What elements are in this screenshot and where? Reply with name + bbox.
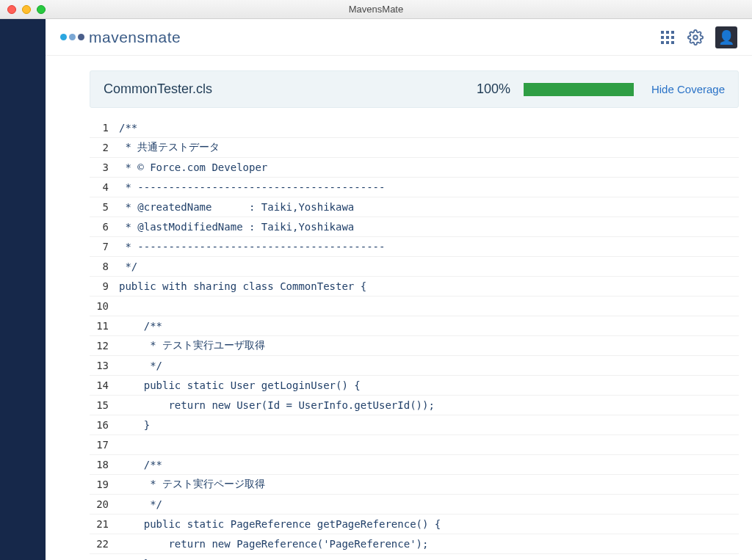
hide-coverage-link[interactable]: Hide Coverage <box>651 83 725 95</box>
code-line: 10 <box>90 297 739 316</box>
code-line: 1/** <box>90 118 739 138</box>
app-header: mavensmate 👤 <box>46 19 752 56</box>
line-content: * © Force.com Developer <box>119 159 267 175</box>
line-content: public static User getLoginUser() { <box>119 377 361 393</box>
line-number: 16 <box>90 419 119 431</box>
svg-rect-1 <box>666 31 669 34</box>
avatar[interactable]: 👤 <box>715 26 737 48</box>
code-line: 23 } <box>90 554 739 560</box>
line-number: 19 <box>90 479 119 490</box>
line-content: } <box>119 556 150 560</box>
line-content: * @createdName : Taiki,Yoshikawa <box>119 199 354 215</box>
line-content: /** <box>119 457 162 473</box>
line-number: 8 <box>90 261 119 272</box>
code-line: 15 return new User(Id = UserInfo.getUser… <box>90 396 739 415</box>
line-number: 15 <box>90 399 119 411</box>
code-line: 2 * 共通テストデータ <box>90 138 739 158</box>
line-content: return new User(Id = UserInfo.getUserId(… <box>119 397 435 413</box>
code-line: 19 * テスト実行ページ取得 <box>90 475 739 495</box>
line-number: 12 <box>90 340 119 352</box>
line-number: 4 <box>90 181 119 193</box>
code-line: 5 * @createdName : Taiki,Yoshikawa <box>90 197 739 217</box>
line-number: 5 <box>90 201 119 213</box>
code-line: 17 <box>90 435 739 455</box>
code-line: 18 /** <box>90 455 739 475</box>
brand: mavensmate <box>60 29 181 46</box>
code-line: 6 * @lastModifiedName : Taiki,Yoshikawa <box>90 217 739 237</box>
line-number: 18 <box>90 459 119 470</box>
line-content: public static PageReference getPageRefer… <box>119 516 441 532</box>
line-number: 17 <box>90 439 119 451</box>
line-content: */ <box>119 496 162 512</box>
svg-rect-0 <box>661 31 664 34</box>
code-line: 4 * ------------------------------------… <box>90 178 739 197</box>
brand-dots-icon <box>60 34 84 40</box>
line-content: } <box>119 417 150 433</box>
code-line: 13 */ <box>90 356 739 376</box>
line-number: 10 <box>90 300 119 312</box>
svg-rect-2 <box>671 31 674 34</box>
line-content: public with sharing class CommonTester { <box>119 278 366 294</box>
line-number: 14 <box>90 379 119 391</box>
code-line: 3 * © Force.com Developer <box>90 158 739 178</box>
line-content: /** <box>119 120 137 136</box>
line-content: * --------------------------------------… <box>119 179 385 195</box>
line-content: * --------------------------------------… <box>119 239 385 255</box>
line-number: 6 <box>90 221 119 233</box>
code-line: 9public with sharing class CommonTester … <box>90 277 739 297</box>
line-number: 7 <box>90 241 119 252</box>
line-number: 2 <box>90 142 119 153</box>
line-content: */ <box>119 258 137 274</box>
code-line: 12 * テスト実行ユーザ取得 <box>90 336 739 356</box>
line-number: 1 <box>90 122 119 134</box>
line-content: * テスト実行ページ取得 <box>119 476 265 493</box>
line-content: * テスト実行ユーザ取得 <box>119 337 265 354</box>
line-content: return new PageReference('PageReference'… <box>119 536 428 552</box>
header-actions: 👤 <box>659 26 737 48</box>
code-line: 8 */ <box>90 257 739 277</box>
line-content: */ <box>119 357 162 374</box>
svg-rect-8 <box>671 41 674 44</box>
line-number: 11 <box>90 320 119 332</box>
window-title: MavensMate <box>0 4 752 15</box>
code-line: 22 return new PageReference('PageReferen… <box>90 534 739 554</box>
code-line: 7 * ------------------------------------… <box>90 237 739 257</box>
line-content: * 共通テストデータ <box>119 139 220 156</box>
code-line: 16 } <box>90 415 739 435</box>
code-line: 14 public static User getLoginUser() { <box>90 376 739 396</box>
code-viewer[interactable]: 1/**2 * 共通テストデータ3 * © Force.com Develope… <box>90 118 739 560</box>
line-content: * @lastModifiedName : Taiki,Yoshikawa <box>119 219 354 235</box>
line-number: 13 <box>90 360 119 371</box>
apps-grid-icon[interactable] <box>659 29 676 46</box>
svg-rect-4 <box>666 36 669 39</box>
line-content: /** <box>119 318 162 334</box>
coverage-progress <box>524 83 634 96</box>
coverage-percent: 100% <box>477 81 510 97</box>
svg-rect-7 <box>666 41 669 44</box>
line-number: 22 <box>90 538 119 550</box>
brand-text: mavensmate <box>89 29 181 46</box>
svg-rect-5 <box>671 36 674 39</box>
window-titlebar: MavensMate <box>0 0 752 19</box>
file-name: CommonTester.cls <box>104 81 463 97</box>
line-number: 21 <box>90 518 119 530</box>
code-line: 20 */ <box>90 495 739 514</box>
gear-icon[interactable] <box>687 29 704 46</box>
line-number: 9 <box>90 280 119 292</box>
svg-rect-3 <box>661 36 664 39</box>
svg-rect-6 <box>661 41 664 44</box>
code-line: 11 /** <box>90 316 739 336</box>
left-sidebar <box>0 19 46 560</box>
line-number: 20 <box>90 498 119 510</box>
line-number: 3 <box>90 161 119 173</box>
coverage-bar: CommonTester.cls 100% Hide Coverage <box>90 70 739 108</box>
svg-point-9 <box>693 35 698 40</box>
code-line: 21 public static PageReference getPageRe… <box>90 514 739 534</box>
